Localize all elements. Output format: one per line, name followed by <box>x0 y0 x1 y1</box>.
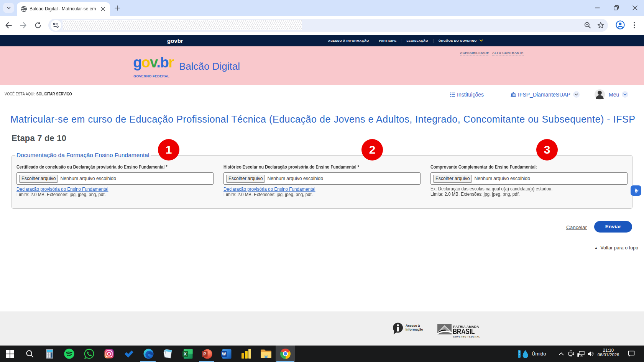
svg-text:X: X <box>184 351 187 356</box>
svg-text:P: P <box>203 352 206 356</box>
svg-text:W: W <box>222 351 226 356</box>
